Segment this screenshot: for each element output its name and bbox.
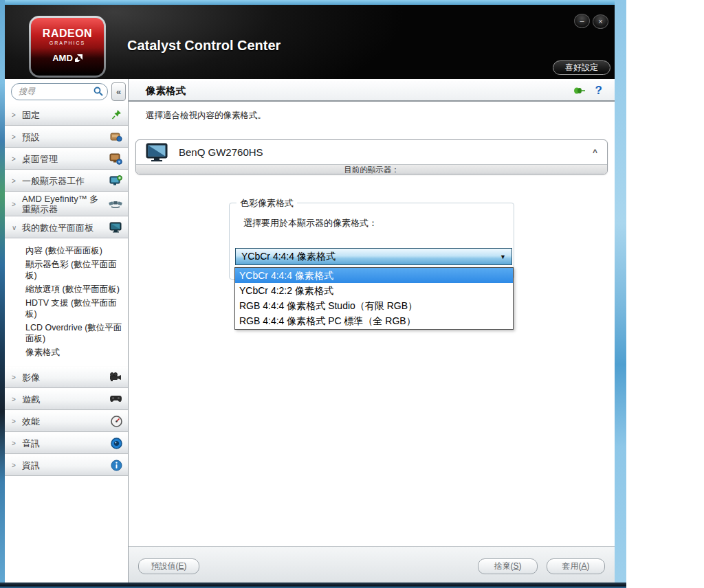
window-border-right	[615, 0, 626, 588]
close-icon: ×	[598, 17, 602, 25]
monitor-icon	[146, 143, 169, 161]
preferences-button[interactable]: 喜好設定	[553, 60, 610, 75]
chevron-right-icon: >	[12, 201, 17, 208]
help-icon[interactable]: ?	[595, 84, 602, 98]
sidebar-item-eyefinity[interactable]: > AMD Eyefinity™ 多重顯示器	[5, 192, 128, 216]
sidebar-item-audio[interactable]: > 音訊	[5, 432, 128, 454]
amd-arrow-icon	[75, 54, 82, 62]
submenu-item-scaling-options[interactable]: 縮放選項 (數位平面面板)	[25, 282, 125, 296]
groupbox-title: 色彩像素格式	[236, 197, 297, 210]
collapse-panel-icon[interactable]: ^	[593, 148, 597, 157]
digital-flat-panel-submenu: 內容 (數位平面面板) 顯示器色彩 (數位平面面板) 縮放選項 (數位平面面板)…	[5, 238, 128, 366]
chevron-right-icon: >	[12, 440, 17, 447]
close-button[interactable]: ×	[593, 14, 608, 29]
current-display-caption: 目前的顯示器：	[136, 164, 607, 174]
chevron-right-icon: >	[12, 177, 17, 185]
audio-speaker-icon	[111, 438, 122, 449]
sidebar-item-pinned[interactable]: > 固定	[5, 104, 128, 126]
gamepad-icon	[109, 394, 122, 404]
titlebar[interactable]: RADEON GRAPHICS AMD Catalyst Control Cen…	[5, 5, 615, 79]
dropdown-option-ycbcr444[interactable]: YCbCr 4:4:4 像素格式	[235, 268, 513, 283]
window-border-top	[0, 0, 626, 5]
main-content: 像素格式 ? 選擇適合檢視內容的像素格式。 B	[129, 79, 615, 583]
sidebar: « > 固定 > 預設 > 桌面管理	[5, 79, 129, 583]
video-camera-icon	[109, 372, 122, 382]
sidebar-item-video[interactable]: > 影像	[5, 366, 128, 388]
display-name: BenQ GW2760HS	[179, 146, 263, 158]
sidebar-item-common-display-tasks[interactable]: > 一般顯示器工作	[5, 170, 128, 192]
search-icon	[94, 87, 103, 96]
information-icon	[111, 460, 122, 471]
sidebar-item-gaming[interactable]: > 遊戲	[5, 388, 128, 410]
pixel-format-combobox[interactable]: YCbCr 4:4:4 像素格式 ▼	[235, 248, 512, 265]
pixel-format-prompt: 選擇要用於本顯示器的像素格式：	[243, 217, 377, 229]
performance-gauge-icon	[111, 416, 122, 427]
submenu-item-display-color[interactable]: 顯示器色彩 (數位平面面板)	[25, 258, 125, 282]
dropdown-option-ycbcr422[interactable]: YCbCr 4:2:2 像素格式	[235, 283, 513, 298]
dialog-button-bar: 預設值(E) 捨棄(S) 套用(A)	[129, 546, 615, 583]
minimize-button[interactable]: –	[574, 14, 590, 28]
minimize-icon: –	[580, 16, 584, 25]
dropdown-arrow-icon: ▼	[500, 253, 506, 260]
combobox-selected-value: YCbCr 4:4:4 像素格式	[241, 251, 336, 263]
pixel-format-dropdown-list: YCbCr 4:4:4 像素格式 YCbCr 4:2:2 像素格式 RGB 4:…	[234, 267, 514, 330]
sidebar-item-performance[interactable]: > 效能	[5, 410, 128, 432]
page-description: 選擇適合檢視內容的像素格式。	[146, 110, 266, 122]
sidebar-item-digital-flat-panels[interactable]: ∨ 我的數位平面面板	[5, 216, 128, 238]
submenu-item-lcd-overdrive[interactable]: LCD Overdrive (數位平面面板)	[25, 321, 125, 346]
desktop: RADEON GRAPHICS AMD Catalyst Control Cen…	[0, 0, 704, 588]
flat-panel-icon	[109, 222, 122, 233]
submenu-item-properties[interactable]: 內容 (數位平面面板)	[25, 244, 125, 258]
radeon-graphics-logo: RADEON GRAPHICS AMD	[29, 16, 106, 78]
app-title: Catalyst Control Center	[127, 38, 280, 54]
sidebar-item-presets[interactable]: > 預設	[5, 126, 128, 148]
submenu-item-pixel-format[interactable]: 像素格式	[25, 346, 125, 359]
sidebar-item-information[interactable]: > 資訊	[5, 454, 128, 476]
chevron-right-icon: >	[12, 462, 17, 469]
page-title: 像素格式	[146, 84, 186, 98]
chevron-down-icon: ∨	[12, 224, 17, 231]
eyefinity-icon	[109, 199, 122, 209]
logo-radeon-text: RADEON	[43, 27, 92, 40]
collapse-icon: «	[116, 87, 121, 97]
display-selector[interactable]: BenQ GW2760HS ^ 目前的顯示器：	[135, 139, 608, 174]
chevron-right-icon: >	[12, 111, 17, 119]
window-border-bottom	[0, 583, 626, 588]
sidebar-empty-area	[5, 476, 128, 583]
pin-page-icon[interactable]	[572, 86, 586, 95]
presets-icon	[110, 131, 122, 142]
submenu-item-hdtv-support[interactable]: HDTV 支援 (數位平面面板)	[25, 296, 125, 321]
sidebar-collapse-button[interactable]: «	[111, 82, 126, 101]
chevron-right-icon: >	[12, 133, 17, 141]
chevron-right-icon: >	[12, 396, 17, 403]
sidebar-search-row: «	[5, 79, 128, 104]
amd-logo: AMD	[52, 53, 82, 63]
dropdown-option-rgb-full[interactable]: RGB 4:4:4 像素格式 PC 標準（全 RGB）	[235, 313, 513, 328]
window-border-left	[0, 0, 5, 588]
defaults-button[interactable]: 預設值(E)	[138, 558, 199, 574]
dropdown-option-rgb-limited[interactable]: RGB 4:4:4 像素格式 Studio（有限 RGB）	[235, 298, 513, 313]
chevron-right-icon: >	[12, 155, 17, 163]
common-display-tasks-icon	[109, 175, 122, 187]
pin-icon	[111, 109, 122, 120]
chevron-right-icon: >	[12, 418, 17, 425]
desktop-management-icon	[109, 153, 122, 165]
page-header: 像素格式 ?	[129, 81, 615, 102]
sidebar-item-desktop-management[interactable]: > 桌面管理	[5, 148, 128, 170]
apply-button[interactable]: 套用(A)	[547, 558, 605, 574]
logo-graphics-text: GRAPHICS	[50, 41, 86, 45]
discard-button[interactable]: 捨棄(S)	[478, 558, 538, 574]
chevron-right-icon: >	[12, 374, 17, 381]
